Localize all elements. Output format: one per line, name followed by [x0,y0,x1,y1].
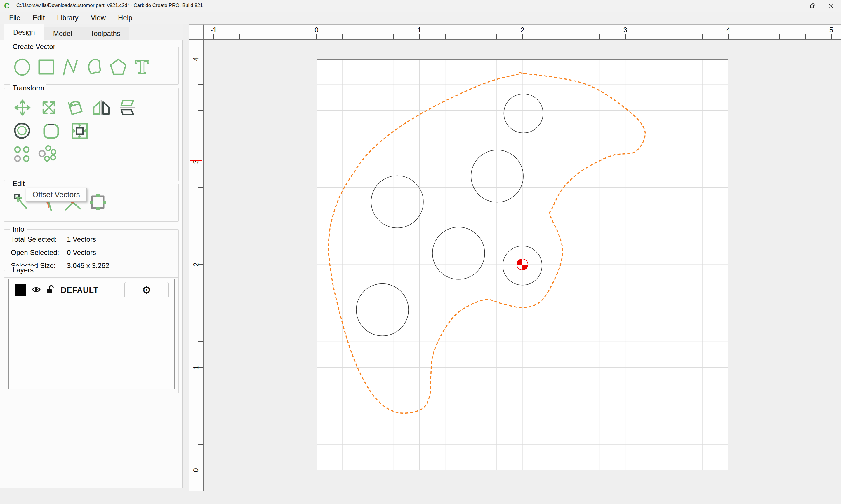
offset-vectors-tool-button[interactable] [13,122,32,140]
flip-tool-button[interactable] [118,98,137,117]
layer-row[interactable]: DEFAULT ⚙ [9,281,174,300]
layer-color-swatch[interactable] [15,284,26,296]
flip-icon [118,98,137,117]
design-canvas[interactable] [316,59,728,470]
fillet-tool-button[interactable] [42,122,61,140]
info-title: Info [10,225,27,233]
menu-view[interactable]: View [84,13,112,22]
ruler-tick [471,34,471,39]
ruler-x-label: 5 [829,26,833,34]
info-row: Total Selected:1 Vectors [11,235,178,244]
ruler-tick [198,238,203,239]
boolean-tool-button[interactable] [88,193,107,212]
ruler-corner-box [189,24,204,40]
ruler-tick [728,34,728,39]
text-icon: T [133,57,152,76]
create-vector-group: Create Vector T [4,47,179,85]
info-label: Total Selected: [11,235,67,244]
trim-inside-icon [70,122,89,140]
trim-inside-tool-button[interactable] [70,122,89,140]
mirror-tool-button[interactable] [92,98,111,117]
palette-vector-outline [328,72,645,413]
info-value: 3.045 x 3.262 [67,262,109,270]
layers-title: Layers [10,266,36,274]
tab-model[interactable]: Model [44,26,81,40]
ruler-horizontal: -1012345 [189,24,841,40]
ruler-y-label: 2 [192,259,200,270]
curve-tool-button[interactable] [85,57,104,76]
info-row: Selected Size:3.045 x 3.262 [11,262,178,270]
rectangle-icon [37,57,56,76]
layers-group: Layers [4,270,179,393]
menu-library[interactable]: Library [51,13,84,22]
scale-tool-button[interactable] [39,98,58,117]
ruler-tick [445,34,446,39]
ruler-tick [265,34,265,39]
ruler-cursor-x [274,25,274,38]
ruler-x-label: -1 [210,26,217,34]
menu-help[interactable]: Help [112,13,138,22]
array-linear-icon [13,145,32,164]
create-vector-tools: T [4,47,178,76]
menu-bar: FileEditLibraryViewHelp [0,12,841,24]
ruler-x-label: 4 [726,26,730,34]
transform-group: Transform [4,88,179,181]
tab-toolpaths[interactable]: Toolpaths [81,26,130,40]
minimize-button[interactable] [787,0,804,12]
ruler-tick [496,34,497,39]
ruler-tick [419,34,420,39]
ruler-tick [548,34,548,39]
layer-name: DEFAULT [61,286,99,295]
ruler-tick [599,34,600,39]
ruler-tick [393,34,394,39]
ruler-y-label: 1 [192,362,200,373]
layer-unlocked-padlock-icon[interactable] [46,285,55,296]
rectangle-tool-button[interactable] [37,57,56,76]
transform-tools-row1 [4,88,178,117]
fillet-icon [42,122,61,140]
circle-icon [13,57,32,76]
layer-settings-button[interactable]: ⚙ [124,282,169,299]
circle-vectors [356,94,543,336]
window-title: C:/Users/willa/Downloads/customer part_v… [16,3,203,8]
ruler-tick [198,290,203,290]
layer-visibility-eye-icon[interactable] [31,285,41,295]
menu-file[interactable]: File [3,13,27,22]
ruler-tick [198,213,203,214]
ruler-tick [779,34,780,39]
array-linear-tool-button[interactable] [13,145,32,164]
curve-icon [85,57,104,76]
ruler-y-label: 0 [192,465,200,475]
ruler-y-label: 3 [192,157,200,167]
tab-design[interactable]: Design [4,24,44,40]
ruler-tick [198,393,203,394]
edit-title: Edit [10,180,27,188]
menu-edit[interactable]: Edit [27,13,51,22]
info-value: 1 Vectors [67,235,96,244]
ruler-tick [291,34,291,39]
rotate-tool-button[interactable] [66,98,84,117]
ruler-tick [198,341,203,342]
transform-tools-row3 [4,140,178,164]
boolean-icon [88,193,107,212]
circle-tool-button[interactable] [13,57,32,76]
polygon-icon [109,57,127,76]
array-circular-tool-button[interactable] [38,145,57,164]
design-sidebar: Create Vector T Transform Edit Info Tota… [0,40,183,488]
ruler-tick [316,34,317,39]
minimize-icon [792,3,799,9]
polyline-tool-button[interactable] [61,57,80,76]
ruler-x-label: 3 [623,26,627,34]
ruler-tick [676,34,677,39]
restore-button[interactable] [804,0,821,12]
move-tool-button[interactable] [13,98,32,117]
offset-vectors-icon [13,122,32,140]
offset-vectors-tooltip: Offset Vectors [26,187,87,201]
ruler-tick [573,34,574,39]
text-tool-button[interactable]: T [133,57,152,76]
scale-icon [39,98,58,117]
ruler-tick [831,34,832,39]
close-button[interactable] [822,0,839,12]
polygon-tool-button[interactable] [109,57,127,76]
ruler-tick [805,34,806,39]
